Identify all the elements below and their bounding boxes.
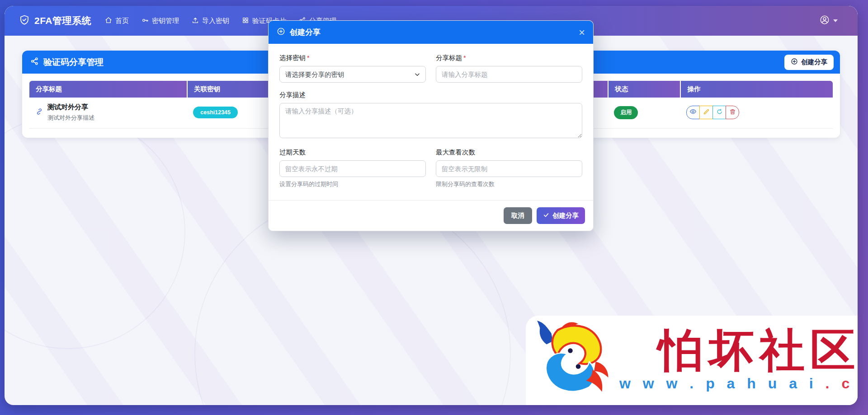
watermark-site-name: 怕坏社区 bbox=[658, 327, 858, 374]
select-key-label: 选择密钥* bbox=[279, 54, 426, 62]
refresh-button[interactable] bbox=[712, 106, 726, 119]
expire-days-input[interactable] bbox=[279, 160, 426, 177]
column-header-status: 状态 bbox=[608, 81, 680, 98]
create-share-modal: 创建分享 × 选择密钥* 请选择要分享的密钥 分享标题* bbox=[268, 20, 594, 231]
link-icon bbox=[36, 108, 43, 117]
app-brand[interactable]: 2FA管理系统 bbox=[19, 14, 91, 27]
user-menu[interactable] bbox=[820, 15, 838, 27]
plus-circle-icon bbox=[791, 58, 798, 66]
watermark-url: w w w . p a h u a i . c o m bbox=[619, 375, 858, 392]
check-icon bbox=[543, 212, 549, 219]
close-icon[interactable]: × bbox=[579, 27, 585, 38]
select-key-dropdown[interactable]: 请选择要分享的密钥 bbox=[279, 66, 426, 83]
page-title: 验证码分享管理 bbox=[30, 56, 104, 68]
modal-title: 创建分享 bbox=[277, 27, 574, 38]
create-share-button[interactable]: 创建分享 bbox=[784, 55, 834, 70]
required-marker: * bbox=[307, 54, 310, 61]
expire-days-label: 过期天数 bbox=[279, 148, 426, 157]
column-header-actions: 操作 bbox=[680, 81, 833, 98]
share-title-label: 分享标题* bbox=[436, 54, 582, 62]
modal-footer: 取消 创建分享 bbox=[269, 200, 593, 231]
edit-button[interactable] bbox=[699, 106, 713, 119]
site-watermark: 怕坏社区 w w w . p a h u a i . c o m bbox=[526, 316, 858, 405]
app-title: 2FA管理系统 bbox=[34, 14, 91, 27]
expire-days-help: 设置分享码的过期时间 bbox=[279, 180, 426, 188]
fish-logo bbox=[534, 317, 613, 401]
key-icon bbox=[142, 17, 149, 25]
max-views-label: 最大查看次数 bbox=[436, 148, 582, 157]
column-header-title: 分享标题 bbox=[29, 81, 187, 98]
nav-item-keys[interactable]: 密钥管理 bbox=[137, 13, 184, 29]
delete-button[interactable] bbox=[726, 106, 739, 119]
user-avatar-icon bbox=[820, 15, 830, 27]
share-title-input[interactable] bbox=[436, 66, 582, 83]
shield-check-icon bbox=[19, 14, 30, 27]
pencil-icon bbox=[703, 108, 710, 117]
share-icon bbox=[30, 57, 39, 68]
cancel-button[interactable]: 取消 bbox=[504, 207, 532, 224]
share-desc-label: 分享描述 bbox=[279, 91, 582, 99]
chevron-down-icon bbox=[833, 19, 838, 22]
nav-item-label: 导入密钥 bbox=[202, 17, 229, 25]
share-desc-textarea[interactable] bbox=[279, 103, 582, 138]
background-circle bbox=[5, 114, 185, 349]
refresh-icon bbox=[716, 108, 723, 117]
upload-icon bbox=[192, 17, 199, 25]
nav-item-label: 密钥管理 bbox=[152, 17, 179, 25]
home-icon bbox=[105, 17, 112, 25]
required-marker: * bbox=[463, 54, 466, 61]
row-actions bbox=[686, 106, 739, 119]
key-badge[interactable]: ceshi12345 bbox=[193, 107, 238, 118]
eye-icon bbox=[689, 108, 697, 117]
view-button[interactable] bbox=[686, 106, 700, 119]
nav-item-home[interactable]: 首页 bbox=[100, 13, 133, 29]
share-row-description: 测试对外分享描述 bbox=[47, 114, 94, 122]
submit-create-share-button[interactable]: 创建分享 bbox=[537, 207, 585, 224]
nav-item-import[interactable]: 导入密钥 bbox=[187, 13, 234, 29]
status-badge: 启用 bbox=[614, 106, 638, 119]
share-row-title: 测试对外分享 bbox=[47, 103, 94, 112]
max-views-input[interactable] bbox=[436, 160, 582, 177]
modal-body: 选择密钥* 请选择要分享的密钥 分享标题* 分享描述 bbox=[269, 44, 593, 188]
modal-header: 创建分享 × bbox=[269, 21, 593, 44]
trash-icon bbox=[729, 108, 736, 117]
grid-icon bbox=[242, 17, 249, 25]
nav-item-label: 首页 bbox=[115, 17, 129, 25]
max-views-help: 限制分享码的查看次数 bbox=[436, 180, 582, 188]
plus-circle-icon bbox=[277, 27, 285, 38]
